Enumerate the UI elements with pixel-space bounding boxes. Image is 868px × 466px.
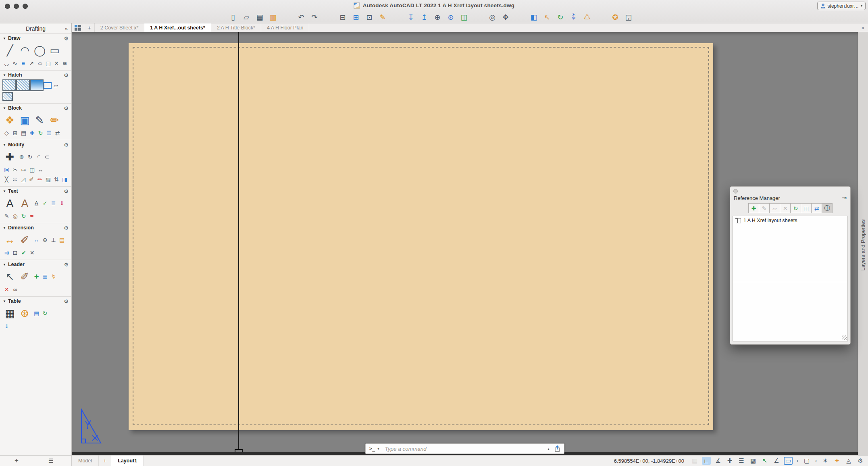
tabbar-collapse-button[interactable]: « <box>858 23 868 32</box>
data-link-icon[interactable]: ⊛ <box>17 306 32 321</box>
print-icon[interactable]: ⊟ <box>338 12 348 22</box>
attach-reference-icon[interactable]: ✚ <box>748 203 759 213</box>
gradient-icon[interactable] <box>30 79 44 91</box>
extend-icon[interactable]: ↦ <box>19 165 28 174</box>
section-header-text[interactable]: ▼Text⚙ <box>0 187 71 195</box>
hatch-icon[interactable] <box>2 79 16 91</box>
command-history-button[interactable]: ▴ <box>547 447 550 451</box>
layout-paper-sheet[interactable] <box>129 43 713 430</box>
quick-measure-icon[interactable]: ✪ <box>610 12 620 22</box>
properties-palette-icon[interactable]: ◧ <box>529 12 539 22</box>
point-icon[interactable]: ✕ <box>52 59 61 68</box>
hatch-pick-point-icon[interactable] <box>16 79 30 91</box>
multileader-icon[interactable]: ↖ <box>2 269 17 284</box>
circle-icon[interactable]: ◯ <box>32 43 47 58</box>
jogged-dimension-icon[interactable]: ✕ <box>28 248 36 257</box>
export-icon[interactable]: ↥ <box>419 12 429 22</box>
user-account-button[interactable]: stephen.luxr… ▾ <box>817 2 866 10</box>
find-text-icon[interactable]: ◎ <box>11 212 19 221</box>
batch-plot-icon[interactable]: ⊞ <box>351 12 361 22</box>
redo-icon[interactable]: ↷ <box>310 12 319 22</box>
selection-prev-icon[interactable]: ‹ <box>795 457 799 465</box>
erase-icon[interactable]: ✏ <box>36 175 44 184</box>
refresh-references-icon[interactable]: ↻ <box>790 203 801 213</box>
match-dimension-icon[interactable]: ✐ <box>17 232 32 248</box>
annotation-visibility-icon[interactable]: ✶ <box>821 457 830 465</box>
selection-cycling-icon[interactable]: ↖ <box>760 457 769 465</box>
copy-to-layer-icon[interactable]: ◨ <box>60 175 69 184</box>
reference-refresh-icon[interactable]: ↻ <box>556 12 565 22</box>
define-attribute-icon[interactable]: ◇ <box>2 129 11 137</box>
block-editor-icon[interactable]: ✎ <box>32 112 47 128</box>
stretch-icon[interactable]: ↔ <box>36 165 45 174</box>
section-header-dimension[interactable]: ▼Dimension⚙ <box>0 224 71 232</box>
dimension-icon[interactable]: ↔ <box>2 232 17 248</box>
dynamic-input-icon[interactable]: ▭ <box>784 457 793 465</box>
paste-as-block-icon[interactable]: ▣ <box>17 112 32 128</box>
table-icon[interactable]: ▦ <box>2 306 17 321</box>
inspection-dimension-icon[interactable]: ⊡ <box>11 248 19 257</box>
drawing-compare-icon[interactable]: ◫ <box>459 12 469 22</box>
polar-tracking-icon[interactable]: ∡ <box>714 457 722 465</box>
move-icon[interactable]: ✚ <box>2 149 17 164</box>
center-mark-icon[interactable]: ⊕ <box>41 235 49 244</box>
grid-display-icon[interactable]: ▦ <box>690 457 699 465</box>
arc-icon[interactable]: ◠ <box>17 43 32 58</box>
object-snap-icon[interactable]: ✚ <box>725 457 734 465</box>
gear-icon[interactable]: ⚙ <box>64 298 69 304</box>
match-text-icon[interactable]: A <box>17 196 32 211</box>
edit-reference-icon[interactable]: ✎ <box>759 203 770 213</box>
edit-text-icon[interactable]: ✎ <box>2 212 11 221</box>
viewport-line-entity[interactable] <box>238 32 239 450</box>
reference-item[interactable]: 1 A H Xref layout sheets <box>733 216 847 225</box>
tool-sets-list-icon[interactable]: ☰ <box>48 458 54 464</box>
page-setup-icon[interactable]: ✎ <box>378 12 387 22</box>
rotate-icon[interactable]: ↻ <box>26 152 34 161</box>
export-table-data-icon[interactable]: ⇓ <box>2 322 11 331</box>
text-align-icon[interactable]: ≣ <box>49 199 58 208</box>
multiline-text-icon[interactable]: A <box>2 196 17 211</box>
spline-icon[interactable]: ∿ <box>11 59 19 68</box>
linear-dimension-icon[interactable]: ↔ <box>32 235 41 244</box>
zoom-icon[interactable]: ◎ <box>487 12 497 22</box>
save-as-icon[interactable]: ▥ <box>268 12 278 22</box>
line-icon[interactable]: ╱ <box>2 43 17 58</box>
pdf-import-text-icon[interactable]: ⇓ <box>58 199 66 208</box>
align-leaders-icon[interactable]: ≣ <box>41 272 49 281</box>
import-icon[interactable]: ↧ <box>406 12 416 22</box>
change-space-icon[interactable]: ⇅ <box>52 175 61 184</box>
attribute-display-icon[interactable]: ☰ <box>45 129 53 137</box>
block-palette-icon[interactable]: ⊞ <box>11 129 19 137</box>
command-options-caret[interactable]: ▾ <box>377 447 379 451</box>
update-data-links-icon[interactable]: ↻ <box>41 309 49 318</box>
hatch-edit-icon[interactable] <box>2 92 13 101</box>
customization-icon[interactable]: ⚙ <box>856 457 865 465</box>
revision-cloud-icon[interactable]: ≋ <box>60 59 69 68</box>
baseline-dimension-icon[interactable]: ▤ <box>58 235 66 244</box>
section-header-leader[interactable]: ▼Leader⚙ <box>0 260 71 268</box>
etransmit-icon[interactable]: ⊛ <box>446 12 456 22</box>
layout1-tab[interactable]: Layout1 <box>111 456 144 466</box>
sync-attributes-icon[interactable]: ↻ <box>36 129 45 137</box>
section-header-hatch[interactable]: ▼Hatch⚙ <box>0 71 71 79</box>
explode-icon[interactable]: ◫ <box>28 165 36 174</box>
gear-icon[interactable]: ⚙ <box>64 142 69 148</box>
share-drawing-icon[interactable]: ⁑ <box>569 12 579 22</box>
gear-icon[interactable]: ⚙ <box>64 188 69 194</box>
annotation-scale-icon[interactable]: ◬ <box>844 457 853 465</box>
table-cell-style-icon[interactable]: ▤ <box>32 309 41 318</box>
ordinate-dimension-icon[interactable]: ⊥ <box>49 235 58 244</box>
mirror-icon[interactable]: ⋈ <box>2 165 11 174</box>
selection-window-icon[interactable]: ▢ <box>802 457 811 465</box>
match-leader-icon[interactable]: ✐ <box>17 269 32 284</box>
named-views-icon[interactable]: ◱ <box>624 12 633 22</box>
boundary-icon[interactable] <box>44 82 52 89</box>
join-icon[interactable]: ≍ <box>11 175 19 184</box>
gear-icon[interactable]: ⚙ <box>64 225 69 231</box>
collect-leaders-icon[interactable]: ↯ <box>49 272 58 281</box>
section-header-modify[interactable]: ▼Modify⚙ <box>0 141 71 149</box>
text-style-icon[interactable]: A <box>32 199 41 208</box>
merge-leaders-icon[interactable]: ∞ <box>11 285 19 294</box>
section-header-block[interactable]: ▼Block⚙ <box>0 104 71 112</box>
remove-leader-icon[interactable]: ✕ <box>2 285 11 294</box>
